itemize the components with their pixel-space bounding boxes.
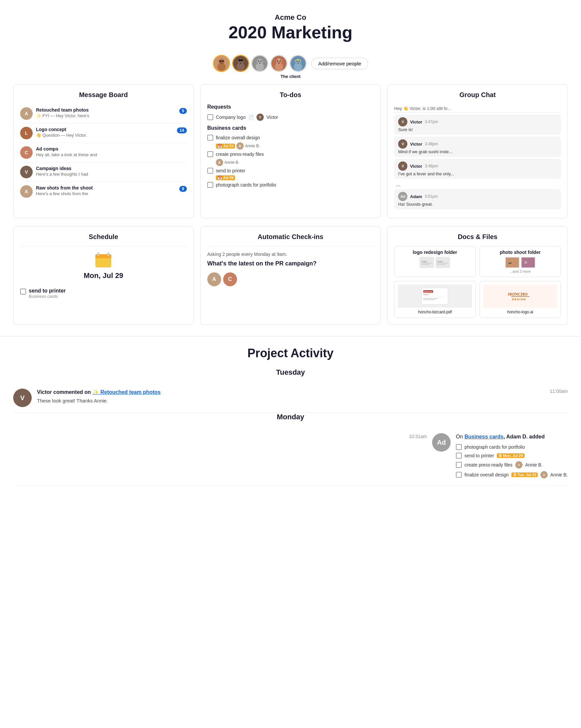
add-remove-people-button[interactable]: Add/remove people	[311, 58, 368, 69]
todo-checkbox[interactable]	[207, 114, 213, 120]
message-item[interactable]: L Logo concept 👋 Question — Hey Victor, …	[20, 124, 187, 143]
todo-item[interactable]: photograph cards for portfolio	[207, 180, 374, 189]
chat-header: V Victor 3:48pm	[398, 139, 557, 149]
chat-dots: ...	[394, 181, 561, 188]
message-preview: Hey all, take a look at these and	[36, 152, 97, 157]
message-item[interactable]: A Retouched team photos ✨ FYI — Hey Vict…	[20, 104, 187, 124]
todo-row[interactable]: photograph cards for portfolio	[456, 443, 568, 451]
svg-text:HONCHO: HONCHO	[508, 291, 528, 296]
avatar-person5[interactable]	[290, 55, 307, 72]
todo-item[interactable]: create press-ready files A Annie B.	[207, 150, 374, 166]
message-item[interactable]: V Campaign ideas Here's a few thoughts I…	[20, 162, 187, 182]
chat-time: 3:47pm	[425, 120, 438, 124]
schedule-item-sub: Business cards	[29, 294, 66, 299]
calendar-icon-wrap	[20, 252, 187, 269]
svg-rect-52	[423, 297, 443, 297]
schedule-item[interactable]: send to printer Business cards	[20, 285, 187, 302]
svg-rect-34	[107, 252, 109, 256]
checkins-title: Automatic Check-ins	[207, 233, 374, 241]
todo-row[interactable]: finalize overall design	[207, 133, 374, 142]
schedule-items: send to printer Business cards	[20, 285, 187, 302]
doc-icon: 📄	[248, 114, 254, 120]
folder-title: logo redesign folder	[398, 250, 472, 255]
checkin-avatar: A	[207, 272, 221, 286]
todo-text: send to printer	[216, 168, 246, 173]
unread-badge: 9	[179, 186, 187, 192]
activity-content: Tuesday V Victor commented on ✨ Retouche…	[13, 368, 568, 486]
group-chat-card: Group Chat Hey 👋 Victor, is 1:00 still f…	[387, 84, 568, 218]
chat-time: 3:51pm	[425, 194, 438, 199]
activity-description: On Business cards, Adam D. added	[456, 433, 568, 440]
message-item[interactable]: A Raw shots from the shoot Here's a few …	[20, 182, 187, 201]
message-avatar: A	[20, 185, 33, 198]
doc-folder[interactable]: logo redesign folder Design Design	[394, 246, 475, 277]
message-avatar: L	[20, 127, 33, 139]
activity-link[interactable]: Business cards	[465, 434, 503, 439]
todo-row[interactable]: finalize overall design 🗓 Tue, Jul 23 A …	[456, 470, 568, 479]
todo-checkbox[interactable]	[207, 135, 213, 141]
todo-item[interactable]: finalize overall design 📅 Jul 23A Annie …	[207, 133, 374, 150]
due-badge: 🗓 Mon, Jul 29	[497, 453, 525, 458]
svg-text:DESIGN: DESIGN	[424, 294, 428, 295]
avatar-person4[interactable]	[270, 55, 288, 72]
message-board-title: Message Board	[20, 91, 187, 99]
message-list: A Retouched team photos ✨ FYI — Hey Vict…	[20, 104, 187, 201]
main-grid-top: Message Board A Retouched team photos ✨ …	[0, 84, 581, 226]
activity-item: 10:31am Ad On Business cards, Adam D. ad…	[13, 428, 568, 486]
todo-checkbox[interactable]	[456, 453, 462, 459]
todo-item[interactable]: Company logo 📄 V Victor	[207, 112, 374, 123]
docs-title: Docs & Files	[394, 233, 561, 241]
message-content: Retouched team photos ✨ FYI — Hey Victor…	[36, 107, 89, 118]
svg-point-17	[258, 60, 260, 62]
todo-meta: A Annie B.	[216, 159, 374, 166]
todo-row[interactable]: create press-ready files	[207, 150, 374, 159]
todo-row[interactable]: send to printer 🗓 Mon, Jul 29	[456, 452, 568, 460]
people-row: Add/remove people	[0, 55, 581, 72]
todo-meta: 📅 Jul 29	[216, 175, 374, 180]
chat-sender-name: Victor	[410, 141, 422, 147]
chat-message: V Victor 3:48pm Mind if we grab sushi in…	[394, 137, 561, 157]
svg-rect-33	[97, 252, 99, 256]
todo-checkbox[interactable]	[456, 472, 462, 478]
todo-row[interactable]: send to printer	[207, 166, 374, 175]
schedule-checkbox[interactable]	[20, 289, 26, 294]
doc-folder[interactable]: photo shoot folder 📸 🖼 ...and 2 more	[480, 246, 561, 277]
activity-link[interactable]: ✨ Retouched team photos	[93, 389, 161, 395]
assignee-name: Annie B.	[225, 160, 239, 165]
svg-point-27	[294, 63, 302, 71]
avatar-person2[interactable]	[232, 55, 249, 72]
todo-row[interactable]: Company logo 📄 V Victor	[207, 112, 374, 123]
message-title: Retouched team photos	[36, 107, 89, 112]
chat-message-text: Sure is!	[398, 127, 557, 132]
svg-text:HONCHO: HONCHO	[424, 291, 432, 293]
doc-file[interactable]: HONCHO DESIGN honcho-logo.ai	[480, 281, 561, 318]
assignee-name: Victor	[266, 114, 278, 120]
due-badge: 📅 Jul 23	[216, 144, 235, 149]
message-title: Campaign ideas	[36, 166, 88, 171]
todo-item[interactable]: send to printer 📅 Jul 29	[207, 166, 374, 180]
todo-row[interactable]: create press-ready files A Annie B.	[456, 460, 568, 469]
message-item[interactable]: C Ad comps Hey all, take a look at these…	[20, 143, 187, 162]
activity-time: 10:31am	[409, 433, 427, 439]
assignee-avatar: A	[540, 471, 548, 478]
chat-message-text: Ha! Sounds great.	[398, 202, 557, 207]
checkin-avatar: C	[223, 272, 237, 286]
svg-rect-6	[222, 60, 224, 62]
todo-checkbox[interactable]	[207, 182, 213, 188]
svg-rect-53	[423, 298, 438, 299]
client-label: The client	[0, 74, 581, 79]
chat-message: V Victor 3:48pm I've got a fever and the…	[394, 159, 561, 179]
doc-file[interactable]: HONCHO DESIGN honcho-bizcard.pdf	[394, 281, 475, 318]
todo-checkbox[interactable]	[456, 462, 462, 468]
todo-row[interactable]: photograph cards for portfolio	[207, 180, 374, 189]
todo-checkbox[interactable]	[207, 168, 213, 174]
folder-thumbs: Design Design	[398, 257, 472, 268]
activity-title: Project Activity	[13, 346, 568, 360]
activity-comment: These look great! Thanks Annie.	[37, 398, 568, 404]
day-label: Tuesday	[13, 368, 568, 377]
todo-checkbox[interactable]	[456, 444, 462, 450]
todo-checkbox[interactable]	[207, 151, 213, 157]
avatar-person3[interactable]	[251, 55, 268, 72]
chat-message-text: I've got a fever and the only...	[398, 171, 557, 176]
avatar-person1[interactable]	[213, 55, 230, 72]
